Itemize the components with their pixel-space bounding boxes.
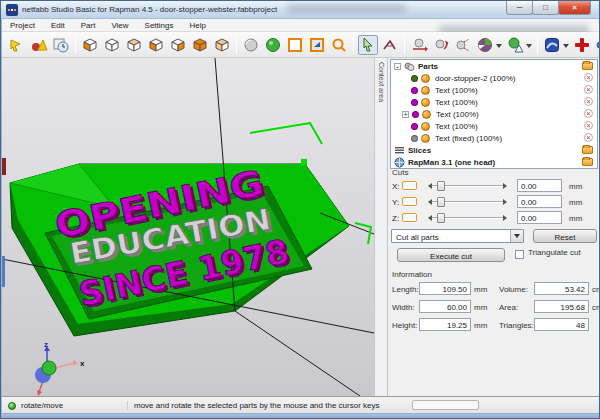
length-unit: mm xyxy=(474,285,487,294)
history-icon[interactable] xyxy=(51,35,71,55)
cut-y-slider[interactable] xyxy=(424,196,511,208)
select-tool-icon[interactable] xyxy=(358,35,378,55)
tree-row-part[interactable]: + Text (100%) × xyxy=(391,108,597,120)
menu-edit[interactable]: Edit xyxy=(43,21,73,30)
visibility-icon[interactable] xyxy=(421,98,430,107)
expand-icon[interactable]: + xyxy=(402,111,409,118)
view-top-icon[interactable] xyxy=(190,35,210,55)
delete-part-icon[interactable]: × xyxy=(584,109,593,118)
cut-x-value-input[interactable]: 0.00 xyxy=(517,179,562,192)
tree-row-part[interactable]: Text (100%) × xyxy=(391,120,597,132)
delete-part-icon[interactable]: × xyxy=(584,133,593,142)
visibility-icon[interactable] xyxy=(421,86,430,95)
cut-z-value-input[interactable]: 0.00 xyxy=(517,211,562,224)
render-mode-icon[interactable] xyxy=(475,35,495,55)
visibility-icon[interactable] xyxy=(421,122,430,131)
machine-globe-icon xyxy=(394,157,405,168)
visibility-icon[interactable] xyxy=(421,134,430,143)
cut-y-checkbox[interactable] xyxy=(402,197,417,206)
view-front-icon[interactable] xyxy=(102,35,122,55)
remove-part-icon[interactable] xyxy=(594,35,600,55)
folder-icon[interactable] xyxy=(582,62,593,70)
part-status-dot[interactable] xyxy=(411,75,418,82)
tree-row-parts[interactable]: - Parts xyxy=(391,60,597,72)
menu-settings[interactable]: Settings xyxy=(137,21,182,30)
toolbar-separator xyxy=(75,36,76,54)
status-hint: move and rotate the selected parts by th… xyxy=(127,401,379,410)
maximize-button[interactable]: □ xyxy=(532,1,559,15)
tree-row-slices[interactable]: Slices xyxy=(391,144,597,156)
menu-project[interactable]: Project xyxy=(2,21,43,30)
volume-value: 53.42 xyxy=(534,282,589,295)
view-back-icon[interactable] xyxy=(124,35,144,55)
chevron-down-icon[interactable] xyxy=(510,230,523,242)
zoom-icon[interactable] xyxy=(329,35,349,55)
tree-row-part[interactable]: Text (100%) × xyxy=(391,84,597,96)
delete-part-icon[interactable]: × xyxy=(584,85,593,94)
viewport-3d[interactable]: OPENING OPENING EDUCATION EDUCATION SINC… xyxy=(2,58,374,396)
app-icon[interactable] xyxy=(6,4,18,16)
tree-slices-label: Slices xyxy=(408,146,431,155)
folder-icon[interactable] xyxy=(582,146,593,154)
measure-tool-icon[interactable] xyxy=(380,35,400,55)
visibility-icon[interactable] xyxy=(422,110,431,119)
slice-view-dropdown-icon[interactable] xyxy=(563,44,569,51)
part-status-dot[interactable] xyxy=(411,123,418,130)
scale-tool-icon[interactable] xyxy=(453,35,473,55)
delete-part-icon[interactable]: × xyxy=(584,73,593,82)
menu-help[interactable]: Help xyxy=(181,21,213,30)
cut-x-checkbox[interactable] xyxy=(402,181,417,190)
cut-y-value-input[interactable]: 0.00 xyxy=(517,195,562,208)
close-button[interactable]: × xyxy=(558,1,591,15)
tree-row-machine[interactable]: RapMan 3.1 (one head) xyxy=(391,156,597,168)
rotate-tool-icon[interactable] xyxy=(431,35,451,55)
cut-z-slider[interactable] xyxy=(424,212,511,224)
view-right-icon[interactable] xyxy=(168,35,188,55)
part-status-dot[interactable] xyxy=(412,111,419,118)
cut-x-label: X: xyxy=(392,182,400,191)
cut-axis-row-y: Y: 0.00 mm xyxy=(389,195,600,209)
height-unit: mm xyxy=(474,321,487,330)
tree-row-part[interactable]: door-stopper-2 (100%) × xyxy=(391,72,597,84)
reset-button[interactable]: Reset xyxy=(533,229,597,243)
part-status-dot[interactable] xyxy=(411,87,418,94)
cut-z-checkbox[interactable] xyxy=(402,213,417,222)
move-tool-icon[interactable] xyxy=(409,35,429,55)
slice-view-icon[interactable] xyxy=(542,35,562,55)
delete-part-icon[interactable]: × xyxy=(584,97,593,106)
shade-smooth-icon[interactable] xyxy=(263,35,283,55)
delete-part-icon[interactable]: × xyxy=(584,121,593,130)
menu-part[interactable]: Part xyxy=(73,21,104,30)
triangulate-cut-checkbox[interactable] xyxy=(515,250,524,259)
add-part-icon[interactable] xyxy=(572,35,592,55)
tree-row-part[interactable]: Text (100%) × xyxy=(391,96,597,108)
view-left-icon[interactable] xyxy=(146,35,166,55)
repair-dropdown-icon[interactable] xyxy=(526,44,532,51)
view-bottom-icon[interactable] xyxy=(212,35,232,55)
cut-y-unit: mm xyxy=(569,198,582,207)
folder-icon[interactable] xyxy=(582,158,593,166)
import-part-icon[interactable] xyxy=(7,35,27,55)
repair-icon[interactable] xyxy=(505,35,525,55)
slices-icon xyxy=(394,145,405,156)
view-iso-icon[interactable] xyxy=(80,35,100,55)
cut-x-slider[interactable] xyxy=(424,180,511,192)
part-status-dot[interactable] xyxy=(411,99,418,106)
bounding-box-icon[interactable] xyxy=(285,35,305,55)
part-status-dot[interactable] xyxy=(411,135,418,142)
execute-cut-button[interactable]: Execute cut xyxy=(397,248,505,262)
platform-icon[interactable] xyxy=(307,35,327,55)
cut-mode-select[interactable]: Cut all parts xyxy=(391,229,524,243)
tree-row-part[interactable]: Text (fixed) (100%) × xyxy=(391,132,597,144)
collapse-icon[interactable]: - xyxy=(394,63,401,70)
merge-parts-icon[interactable] xyxy=(29,35,49,55)
gizmo-z-label: z xyxy=(44,340,48,349)
volume-label: Volume: xyxy=(499,285,528,294)
tree-machine-label: RapMan 3.1 (one head) xyxy=(408,158,495,167)
toolbar-separator xyxy=(404,36,405,54)
menu-view[interactable]: View xyxy=(103,21,136,30)
minimize-button[interactable]: ─ xyxy=(506,1,533,15)
render-mode-dropdown-icon[interactable] xyxy=(496,44,502,51)
visibility-icon[interactable] xyxy=(421,74,430,83)
shade-flat-icon[interactable] xyxy=(241,35,261,55)
